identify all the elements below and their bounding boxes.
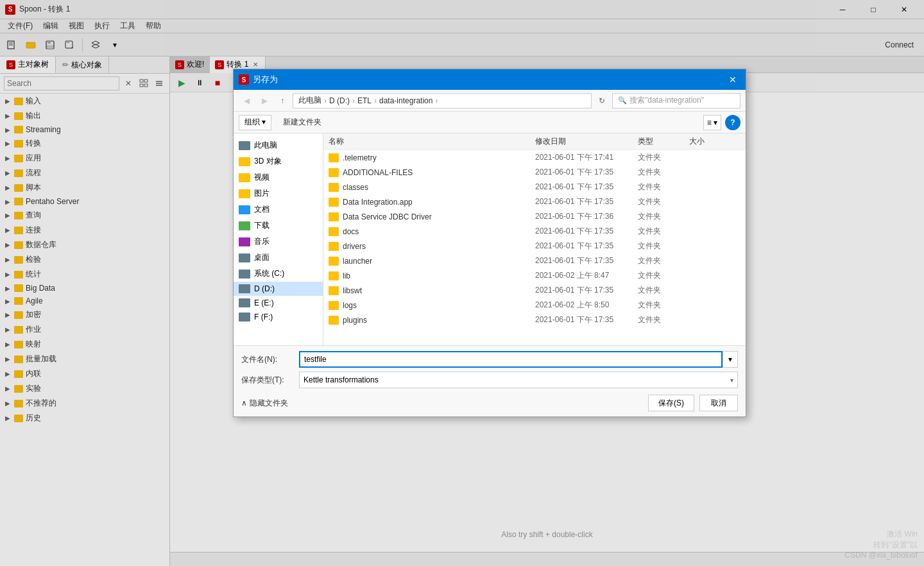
drive-f-icon: [239, 313, 250, 322]
file-date: 2021-06-01 下午 17:35: [535, 285, 638, 296]
col-date[interactable]: 修改日期: [535, 136, 638, 147]
refresh-button[interactable]: ↻: [594, 93, 610, 108]
file-type: 文件夹: [638, 226, 689, 237]
view-toggle-button[interactable]: ≡ ▾: [703, 115, 721, 130]
folder-icon: [329, 271, 339, 280]
dialog-sidebar: 此电脑 3D 对象 视频 图片 文档: [234, 133, 323, 345]
back-button[interactable]: ◀: [239, 93, 254, 108]
file-row[interactable]: launcher 2021-06-01 下午 17:35 文件夹: [323, 253, 746, 268]
folder-icon: [329, 316, 339, 325]
nav-drive-d[interactable]: D (D:): [234, 282, 323, 296]
file-row[interactable]: lib 2021-06-02 上午 8:47 文件夹: [323, 268, 746, 283]
nav-drive-f[interactable]: F (F:): [234, 310, 323, 324]
file-row[interactable]: .telemetry 2021-06-01 下午 17:41 文件夹: [323, 150, 746, 165]
organize-button[interactable]: 组织 ▾: [239, 115, 271, 130]
col-type[interactable]: 类型: [638, 136, 689, 147]
forward-button[interactable]: ▶: [257, 93, 272, 108]
folder-video-icon: [239, 173, 250, 182]
dialog-title: 另存为: [253, 74, 278, 85]
file-date: 2021-06-02 上午 8:50: [535, 300, 638, 311]
file-date: 2021-06-01 下午 17:35: [535, 182, 638, 193]
col-name[interactable]: 名称: [329, 136, 535, 147]
file-date: 2021-06-01 下午 17:35: [535, 255, 638, 266]
bc-1: 此电脑: [298, 95, 321, 106]
save-button[interactable]: 保存(S): [648, 395, 694, 411]
nav-computer[interactable]: 此电脑: [234, 137, 323, 153]
file-name: libswt: [343, 286, 535, 295]
file-type: 文件夹: [638, 285, 689, 296]
file-type: 文件夹: [638, 241, 689, 252]
folder-desktop-icon: [239, 253, 250, 262]
dialog-icon: S: [239, 74, 249, 85]
save-as-dialog: S 另存为 ✕ ◀ ▶ ↑ 此电脑 › D (D:) › ETL › data-…: [233, 69, 746, 417]
cancel-button[interactable]: 取消: [699, 395, 738, 411]
file-name: docs: [343, 227, 535, 236]
filename-input[interactable]: [299, 351, 723, 368]
file-name: drivers: [343, 242, 535, 251]
file-row[interactable]: ADDITIONAL-FILES 2021-06-01 下午 17:35 文件夹: [323, 165, 746, 180]
file-date: 2021-06-01 下午 17:35: [535, 314, 638, 325]
nav-pictures[interactable]: 图片: [234, 185, 323, 202]
filetype-dropdown[interactable]: Kettle transformations ▾: [299, 372, 738, 388]
file-type: 文件夹: [638, 182, 689, 193]
filetype-label: 保存类型(T):: [241, 375, 299, 386]
file-row[interactable]: classes 2021-06-01 下午 17:35 文件夹: [323, 180, 746, 194]
folder-icon: [329, 301, 339, 310]
file-row[interactable]: docs 2021-06-01 下午 17:35 文件夹: [323, 224, 746, 239]
file-row[interactable]: libswt 2021-06-01 下午 17:35 文件夹: [323, 283, 746, 298]
file-date: 2021-06-01 下午 17:35: [535, 167, 638, 178]
folder-icon: [329, 257, 339, 266]
up-button[interactable]: ↑: [275, 93, 290, 108]
help-button[interactable]: ?: [725, 115, 740, 130]
col-size[interactable]: 大小: [689, 136, 740, 147]
file-type: 文件夹: [638, 314, 689, 325]
path-search-input[interactable]: 🔍 搜索"data-integration": [612, 93, 740, 108]
folder-docs-icon: [239, 205, 250, 214]
file-type: 文件夹: [638, 255, 689, 266]
folder-icon: [329, 168, 339, 177]
folder-icon: [329, 183, 339, 192]
nav-video[interactable]: 视频: [234, 169, 323, 185]
filename-label: 文件名(N):: [241, 354, 299, 365]
hide-folder-button[interactable]: ∧ 隐藏文件夹: [241, 398, 288, 409]
bc-4: data-integration: [379, 96, 432, 105]
file-list-header: 名称 修改日期 类型 大小: [323, 133, 746, 150]
file-row[interactable]: drivers 2021-06-01 下午 17:35 文件夹: [323, 239, 746, 253]
nav-downloads[interactable]: 下载: [234, 218, 323, 234]
nav-desktop[interactable]: 桌面: [234, 250, 323, 266]
drive-e-icon: [239, 298, 250, 307]
dialog-toolbar: 组织 ▾ 新建文件夹 ≡ ▾ ?: [234, 112, 746, 133]
nav-drive-e[interactable]: E (E:): [234, 296, 323, 310]
file-name: ADDITIONAL-FILES: [343, 168, 535, 177]
nav-3d[interactable]: 3D 对象: [234, 153, 323, 169]
file-type: 文件夹: [638, 211, 689, 222]
dialog-overlay: S 另存为 ✕ ◀ ▶ ↑ 此电脑 › D (D:) › ETL › data-…: [0, 0, 924, 566]
folder-icon: [329, 198, 339, 207]
dialog-close-button[interactable]: ✕: [725, 72, 740, 87]
file-name: .telemetry: [343, 153, 535, 162]
nav-music[interactable]: 音乐: [234, 234, 323, 250]
file-type: 文件夹: [638, 270, 689, 281]
filename-dropdown-button[interactable]: ▾: [723, 351, 738, 368]
drive-c-icon: [239, 270, 250, 279]
dropdown-arrow-icon: ▾: [730, 377, 733, 384]
file-date: 2021-06-01 下午 17:36: [535, 211, 638, 222]
folder-icon: [329, 212, 339, 221]
new-folder-button[interactable]: 新建文件夹: [275, 115, 329, 130]
file-date: 2021-06-01 下午 17:41: [535, 152, 638, 163]
file-row[interactable]: Data Integration.app 2021-06-01 下午 17:35…: [323, 194, 746, 209]
folder-icon: [329, 227, 339, 236]
folder-icon: [329, 286, 339, 295]
file-name: logs: [343, 301, 535, 310]
nav-docs[interactable]: 文档: [234, 202, 323, 218]
nav-drive-c[interactable]: 系统 (C:): [234, 266, 323, 282]
file-rows: .telemetry 2021-06-01 下午 17:41 文件夹 ADDIT…: [323, 150, 746, 327]
file-row[interactable]: Data Service JDBC Driver 2021-06-01 下午 1…: [323, 209, 746, 224]
file-date: 2021-06-01 下午 17:35: [535, 226, 638, 237]
file-row[interactable]: logs 2021-06-02 上午 8:50 文件夹: [323, 298, 746, 313]
breadcrumb-path[interactable]: 此电脑 › D (D:) › ETL › data-integration ›: [293, 93, 592, 108]
bc-2: D (D:): [329, 96, 350, 105]
folder-pictures-icon: [239, 189, 250, 198]
file-row[interactable]: plugins 2021-06-01 下午 17:35 文件夹: [323, 313, 746, 327]
file-date: 2021-06-01 下午 17:35: [535, 241, 638, 252]
